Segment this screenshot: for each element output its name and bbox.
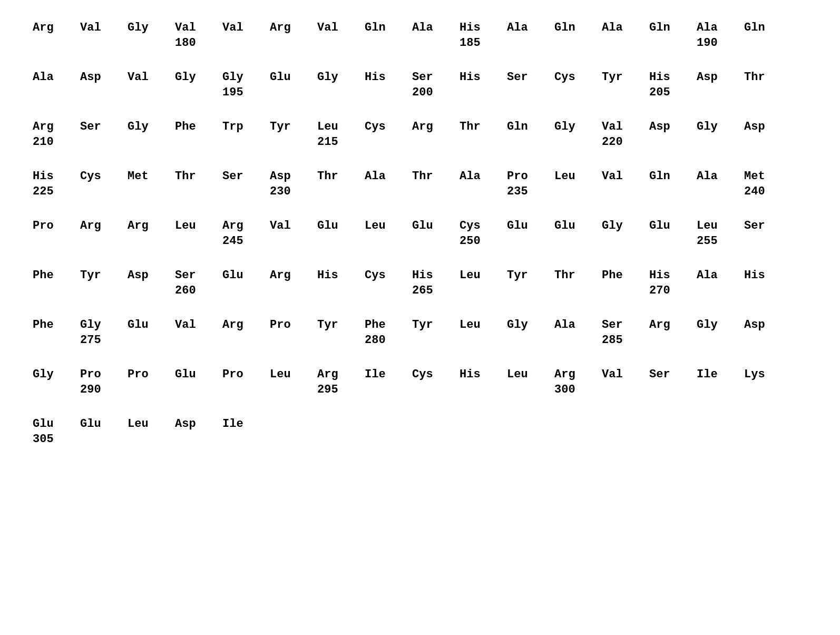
residue-cell: His: [648, 71, 696, 84]
number-cell: [648, 36, 696, 50]
residue-cell: Met: [126, 170, 174, 183]
number-cell: [126, 334, 174, 347]
residue-cell: Ser: [174, 269, 221, 282]
number-cell: [648, 235, 696, 248]
number-cell: [126, 284, 174, 297]
residue-cell: Val: [601, 120, 648, 133]
residue-cell: Leu: [553, 170, 601, 183]
number-cell: [743, 36, 790, 50]
residue-cell: Gly: [126, 21, 174, 34]
number-cell: [553, 135, 601, 149]
number-cell: 190: [696, 36, 743, 50]
number-cell: [221, 334, 269, 347]
number-cell: 250: [458, 235, 506, 248]
residue-cell: Ser: [221, 170, 269, 183]
residue-cell: Cys: [79, 170, 126, 183]
number-cell: [364, 235, 411, 248]
number-cell: [316, 334, 364, 347]
number-cell: [364, 383, 411, 396]
sequence-block-block4: HisCysMetThrSerAspThrAlaThrAlaProLeuValG…: [32, 170, 808, 198]
number-cell: 300: [553, 383, 601, 396]
number-cell: [32, 86, 79, 99]
residue-cell: Val: [126, 71, 174, 84]
number-cell: [601, 383, 648, 396]
residue-cell: Gly: [696, 120, 743, 133]
residue-cell: Pro: [269, 318, 316, 331]
number-cell: [648, 383, 696, 396]
number-row-block9: 305: [32, 433, 808, 446]
number-cell: [32, 383, 79, 396]
number-cell: [126, 433, 174, 446]
number-cell: [601, 36, 648, 50]
residue-cell: Ala: [696, 269, 743, 282]
number-cell: [316, 86, 364, 99]
residue-cell: Pro: [79, 368, 126, 381]
residue-cell: Thr: [743, 71, 790, 84]
number-cell: [79, 36, 126, 50]
residue-cell: Arg: [269, 269, 316, 282]
residue-cell: Gly: [79, 318, 126, 331]
number-cell: 225: [32, 185, 79, 198]
residue-cell: Ser: [743, 219, 790, 232]
residue-row-block3: ArgSerGlyPheTrpTyrLeuCysArgThrGlnGlyValA…: [32, 120, 808, 133]
residue-cell: Glu: [316, 219, 364, 232]
residue-cell: His: [743, 269, 790, 282]
residue-cell: Gly: [174, 71, 221, 84]
number-cell: [221, 284, 269, 297]
number-cell: 220: [601, 135, 648, 149]
number-cell: [696, 135, 743, 149]
residue-row-block2: AlaAspValGlyGlyGluGlyHisSerHisSerCysTyrH…: [32, 71, 808, 84]
residue-cell: Val: [174, 318, 221, 331]
residue-cell: Val: [221, 21, 269, 34]
residue-cell: Asp: [696, 71, 743, 84]
number-cell: [174, 383, 221, 396]
number-cell: [696, 284, 743, 297]
number-cell: [79, 185, 126, 198]
number-cell: [32, 36, 79, 50]
residue-cell: Thr: [458, 120, 506, 133]
residue-cell: Gly: [601, 219, 648, 232]
residue-cell: Gln: [553, 21, 601, 34]
residue-row-block5: ProArgArgLeuArgValGluLeuGluCysGluGluGlyG…: [32, 219, 808, 232]
residue-cell: Gly: [506, 318, 553, 331]
number-cell: 255: [696, 235, 743, 248]
residue-cell: Phe: [364, 318, 411, 331]
number-cell: [364, 284, 411, 297]
number-cell: [411, 185, 458, 198]
residue-cell: Gly: [32, 368, 79, 381]
residue-cell: Thr: [553, 269, 601, 282]
number-cell: 230: [269, 185, 316, 198]
number-row-block8: 290295300: [32, 383, 808, 396]
residue-cell: Leu: [364, 219, 411, 232]
number-cell: [648, 185, 696, 198]
residue-cell: Tyr: [506, 269, 553, 282]
residue-cell: Val: [174, 21, 221, 34]
number-cell: [411, 383, 458, 396]
number-cell: [553, 86, 601, 99]
number-cell: 275: [79, 334, 126, 347]
number-row-block7: 275280285: [32, 334, 808, 347]
residue-cell: Gln: [743, 21, 790, 34]
sequence-block-block5: ProArgArgLeuArgValGluLeuGluCysGluGluGlyG…: [32, 219, 808, 248]
residue-cell: Phe: [174, 120, 221, 133]
number-cell: [648, 135, 696, 149]
residue-cell: Tyr: [411, 318, 458, 331]
residue-cell: Asp: [743, 318, 790, 331]
number-cell: [221, 433, 269, 446]
number-cell: [553, 36, 601, 50]
number-cell: [458, 334, 506, 347]
residue-cell: Asp: [743, 120, 790, 133]
number-cell: [506, 235, 553, 248]
residue-cell: Glu: [269, 71, 316, 84]
number-cell: 180: [174, 36, 221, 50]
residue-cell: Asp: [269, 170, 316, 183]
number-cell: [458, 284, 506, 297]
number-row-block6: 260265270: [32, 284, 808, 297]
number-cell: [553, 185, 601, 198]
number-cell: [79, 284, 126, 297]
number-cell: [743, 383, 790, 396]
residue-cell: Glu: [506, 219, 553, 232]
residue-cell: Arg: [553, 368, 601, 381]
residue-cell: Met: [743, 170, 790, 183]
residue-cell: Glu: [411, 219, 458, 232]
